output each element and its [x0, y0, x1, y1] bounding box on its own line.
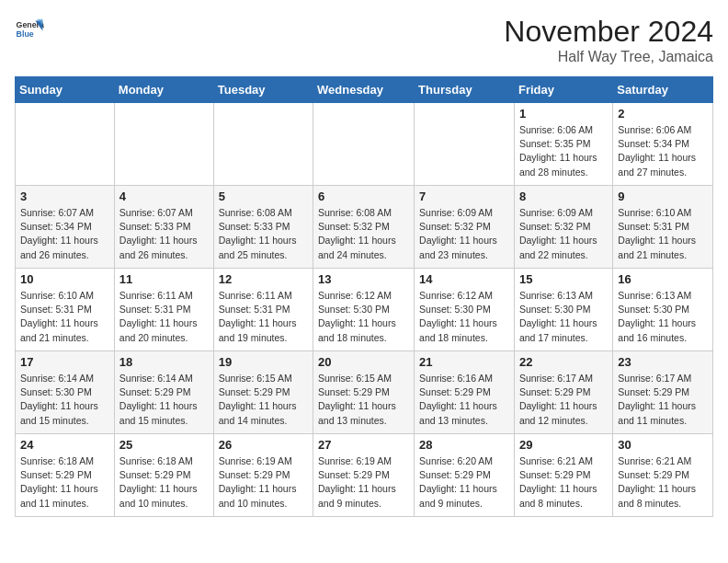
day-number: 29	[519, 438, 608, 452]
col-header-sunday: Sunday	[16, 77, 115, 103]
day-number: 23	[618, 355, 708, 369]
day-number: 30	[618, 438, 708, 452]
day-info: Sunrise: 6:15 AMSunset: 5:29 PMDaylight:…	[318, 372, 409, 428]
calendar-day-cell: 4Sunrise: 6:07 AMSunset: 5:33 PMDaylight…	[114, 186, 213, 269]
col-header-saturday: Saturday	[613, 77, 713, 103]
calendar-day-cell: 17Sunrise: 6:14 AMSunset: 5:30 PMDayligh…	[16, 351, 115, 434]
day-info: Sunrise: 6:07 AMSunset: 5:33 PMDaylight:…	[119, 206, 209, 262]
logo: General Blue	[15, 15, 44, 44]
title-block: November 2024 Half Way Tree, Jamaica	[504, 15, 713, 65]
day-info: Sunrise: 6:16 AMSunset: 5:29 PMDaylight:…	[419, 372, 509, 428]
day-number: 4	[119, 190, 209, 203]
day-info: Sunrise: 6:13 AMSunset: 5:30 PMDaylight:…	[519, 289, 608, 345]
calendar-week-row: 3Sunrise: 6:07 AMSunset: 5:34 PMDaylight…	[16, 186, 713, 269]
calendar-day-cell: 21Sunrise: 6:16 AMSunset: 5:29 PMDayligh…	[415, 351, 515, 434]
day-info: Sunrise: 6:19 AMSunset: 5:29 PMDaylight:…	[318, 454, 409, 511]
day-info: Sunrise: 6:15 AMSunset: 5:29 PMDaylight:…	[219, 372, 308, 428]
day-number: 17	[20, 355, 109, 369]
calendar-header-row: SundayMondayTuesdayWednesdayThursdayFrid…	[16, 77, 713, 103]
day-number: 18	[119, 355, 209, 369]
day-number: 1	[519, 107, 608, 121]
calendar-week-row: 1Sunrise: 6:06 AMSunset: 5:35 PMDaylight…	[16, 103, 713, 186]
day-number: 6	[318, 190, 409, 203]
day-number: 12	[219, 272, 308, 286]
day-info: Sunrise: 6:18 AMSunset: 5:29 PMDaylight:…	[20, 454, 109, 511]
day-info: Sunrise: 6:21 AMSunset: 5:29 PMDaylight:…	[519, 454, 608, 511]
day-number: 9	[618, 190, 708, 203]
calendar-week-row: 10Sunrise: 6:10 AMSunset: 5:31 PMDayligh…	[16, 269, 713, 351]
empty-day-cell	[213, 103, 313, 186]
calendar-day-cell: 30Sunrise: 6:21 AMSunset: 5:29 PMDayligh…	[613, 434, 713, 517]
day-number: 5	[219, 190, 308, 203]
day-number: 10	[20, 272, 109, 286]
day-info: Sunrise: 6:10 AMSunset: 5:31 PMDaylight:…	[20, 289, 109, 345]
day-number: 21	[419, 355, 509, 369]
calendar-day-cell: 26Sunrise: 6:19 AMSunset: 5:29 PMDayligh…	[213, 434, 313, 517]
day-info: Sunrise: 6:20 AMSunset: 5:29 PMDaylight:…	[419, 454, 509, 511]
day-number: 24	[20, 438, 109, 452]
day-number: 7	[419, 190, 509, 203]
calendar-day-cell: 18Sunrise: 6:14 AMSunset: 5:29 PMDayligh…	[114, 351, 213, 434]
calendar-day-cell: 27Sunrise: 6:19 AMSunset: 5:29 PMDayligh…	[313, 434, 415, 517]
day-info: Sunrise: 6:21 AMSunset: 5:29 PMDaylight:…	[618, 454, 708, 511]
day-number: 16	[618, 272, 708, 286]
logo-icon: General Blue	[15, 15, 44, 44]
empty-day-cell	[114, 103, 213, 186]
day-number: 11	[119, 272, 209, 286]
page-header: General Blue November 2024 Half Way Tree…	[15, 15, 713, 65]
calendar-day-cell: 5Sunrise: 6:08 AMSunset: 5:33 PMDaylight…	[213, 186, 313, 269]
location-subtitle: Half Way Tree, Jamaica	[504, 49, 713, 65]
day-info: Sunrise: 6:13 AMSunset: 5:30 PMDaylight:…	[618, 289, 708, 345]
empty-day-cell	[16, 103, 115, 186]
svg-text:Blue: Blue	[17, 29, 34, 39]
day-number: 13	[318, 272, 409, 286]
calendar-day-cell: 28Sunrise: 6:20 AMSunset: 5:29 PMDayligh…	[415, 434, 515, 517]
col-header-tuesday: Tuesday	[213, 77, 313, 103]
day-number: 2	[618, 107, 708, 121]
day-info: Sunrise: 6:12 AMSunset: 5:30 PMDaylight:…	[318, 289, 409, 345]
day-number: 28	[419, 438, 509, 452]
calendar-day-cell: 15Sunrise: 6:13 AMSunset: 5:30 PMDayligh…	[514, 269, 612, 351]
col-header-friday: Friday	[514, 77, 612, 103]
day-info: Sunrise: 6:10 AMSunset: 5:31 PMDaylight:…	[618, 206, 708, 262]
day-info: Sunrise: 6:18 AMSunset: 5:29 PMDaylight:…	[119, 454, 209, 511]
calendar-day-cell: 24Sunrise: 6:18 AMSunset: 5:29 PMDayligh…	[16, 434, 115, 517]
calendar-day-cell: 14Sunrise: 6:12 AMSunset: 5:30 PMDayligh…	[415, 269, 515, 351]
day-info: Sunrise: 6:11 AMSunset: 5:31 PMDaylight:…	[119, 289, 209, 345]
calendar-day-cell: 23Sunrise: 6:17 AMSunset: 5:29 PMDayligh…	[613, 351, 713, 434]
col-header-wednesday: Wednesday	[313, 77, 415, 103]
day-number: 15	[519, 272, 608, 286]
day-info: Sunrise: 6:07 AMSunset: 5:34 PMDaylight:…	[20, 206, 109, 262]
calendar-day-cell: 13Sunrise: 6:12 AMSunset: 5:30 PMDayligh…	[313, 269, 415, 351]
empty-day-cell	[313, 103, 415, 186]
day-info: Sunrise: 6:06 AMSunset: 5:34 PMDaylight:…	[618, 123, 708, 179]
calendar-day-cell: 7Sunrise: 6:09 AMSunset: 5:32 PMDaylight…	[415, 186, 515, 269]
day-info: Sunrise: 6:08 AMSunset: 5:32 PMDaylight:…	[318, 206, 409, 262]
calendar-day-cell: 3Sunrise: 6:07 AMSunset: 5:34 PMDaylight…	[16, 186, 115, 269]
col-header-thursday: Thursday	[415, 77, 515, 103]
day-info: Sunrise: 6:17 AMSunset: 5:29 PMDaylight:…	[519, 372, 608, 428]
calendar-week-row: 17Sunrise: 6:14 AMSunset: 5:30 PMDayligh…	[16, 351, 713, 434]
calendar-day-cell: 12Sunrise: 6:11 AMSunset: 5:31 PMDayligh…	[213, 269, 313, 351]
calendar-day-cell: 29Sunrise: 6:21 AMSunset: 5:29 PMDayligh…	[514, 434, 612, 517]
empty-day-cell	[415, 103, 515, 186]
day-number: 8	[519, 190, 608, 203]
day-number: 25	[119, 438, 209, 452]
col-header-monday: Monday	[114, 77, 213, 103]
calendar-day-cell: 11Sunrise: 6:11 AMSunset: 5:31 PMDayligh…	[114, 269, 213, 351]
calendar-day-cell: 10Sunrise: 6:10 AMSunset: 5:31 PMDayligh…	[16, 269, 115, 351]
day-info: Sunrise: 6:14 AMSunset: 5:30 PMDaylight:…	[20, 372, 109, 428]
calendar-day-cell: 25Sunrise: 6:18 AMSunset: 5:29 PMDayligh…	[114, 434, 213, 517]
day-number: 3	[20, 190, 109, 203]
day-info: Sunrise: 6:09 AMSunset: 5:32 PMDaylight:…	[519, 206, 608, 262]
calendar-week-row: 24Sunrise: 6:18 AMSunset: 5:29 PMDayligh…	[16, 434, 713, 517]
month-title: November 2024	[504, 15, 713, 49]
day-number: 22	[519, 355, 608, 369]
calendar-day-cell: 8Sunrise: 6:09 AMSunset: 5:32 PMDaylight…	[514, 186, 612, 269]
calendar-day-cell: 6Sunrise: 6:08 AMSunset: 5:32 PMDaylight…	[313, 186, 415, 269]
calendar-day-cell: 20Sunrise: 6:15 AMSunset: 5:29 PMDayligh…	[313, 351, 415, 434]
day-info: Sunrise: 6:11 AMSunset: 5:31 PMDaylight:…	[219, 289, 308, 345]
calendar-day-cell: 19Sunrise: 6:15 AMSunset: 5:29 PMDayligh…	[213, 351, 313, 434]
day-info: Sunrise: 6:09 AMSunset: 5:32 PMDaylight:…	[419, 206, 509, 262]
day-info: Sunrise: 6:08 AMSunset: 5:33 PMDaylight:…	[219, 206, 308, 262]
